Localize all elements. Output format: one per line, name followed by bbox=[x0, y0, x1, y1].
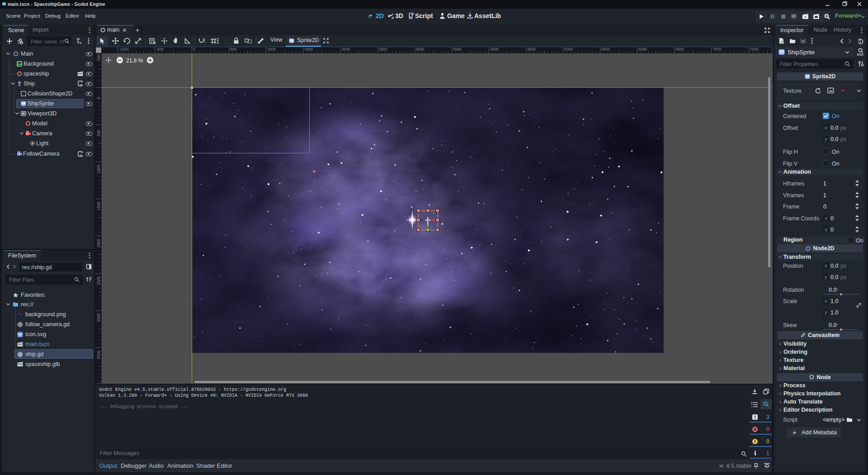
svg-text:DOC: DOC bbox=[857, 53, 864, 56]
